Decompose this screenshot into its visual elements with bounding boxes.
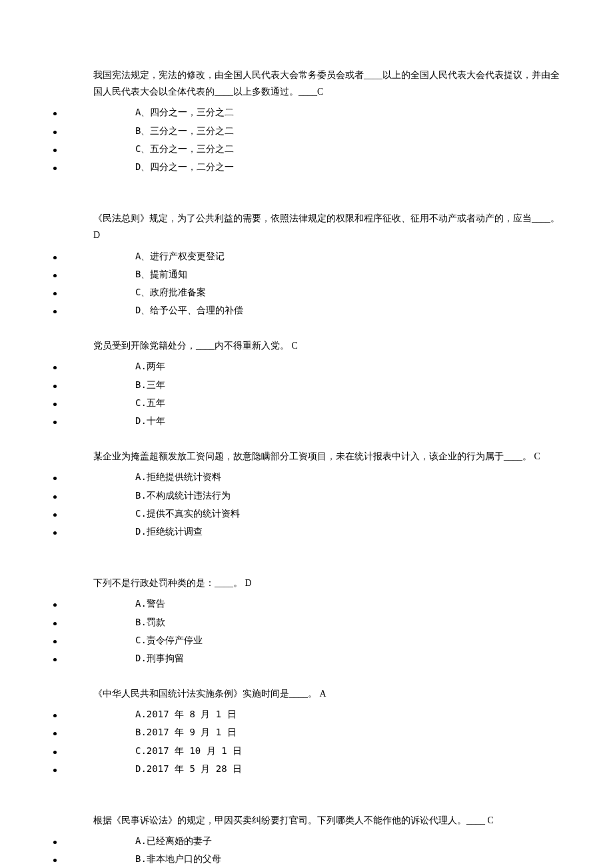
option-item: C、政府批准备案 [53,284,560,301]
bullet-icon [53,256,57,259]
option-text: A.拒绝提供统计资料 [135,469,560,485]
option-text: B.2017 年 9 月 1 日 [135,724,560,741]
document-content: 我国宪法规定，宪法的修改，由全国人民代表大会常务委员会或者____以上的全国人民… [53,67,560,868]
bullet-icon [53,732,57,735]
option-text: C.2017 年 10 月 1 日 [135,743,560,759]
option-list: A.两年B.三年C.五年D.十年 [53,358,560,429]
bullet-icon [53,112,57,115]
bullet-icon [53,310,57,313]
option-text: A、四分之一，三分之二 [135,104,560,121]
question-block: 根据《民事诉讼法》的规定，甲因买卖纠纷要打官司。下列哪类人不能作他的诉讼代理人。… [53,812,560,868]
bullet-icon [53,421,57,424]
option-list: A.已经离婚的妻子B.非本地户口的父母C.正在服刑的儿子 [53,833,560,868]
bullet-icon [53,640,57,643]
option-list: A.拒绝提供统计资料B.不构成统计违法行为C.提供不真实的统计资料D.拒绝统计调… [53,469,560,540]
option-text: D.刑事拘留 [135,650,560,667]
option-item: B、三分之一，三分之二 [53,123,560,139]
option-item: A.两年 [53,358,560,375]
bullet-icon [53,603,57,607]
option-text: D、给予公平、合理的补偿 [135,302,560,319]
question-block: 党员受到开除党籍处分，____内不得重新入党。 CA.两年B.三年C.五年D.十… [53,337,560,429]
bullet-icon [53,658,57,661]
bullet-icon [53,131,57,134]
question-block: 下列不是行政处罚种类的是：____。 DA.警告B.罚款C.责令停产停业D.刑事… [53,575,560,667]
option-text: A、进行产权变更登记 [135,248,560,265]
option-item: C、五分之一，三分之二 [53,141,560,157]
bullet-icon [53,622,57,625]
option-text: D.十年 [135,413,560,429]
option-item: B.非本地户口的父母 [53,851,560,867]
option-text: B.罚款 [135,614,560,631]
option-item: C.五年 [53,395,560,411]
option-item: B.三年 [53,377,560,393]
bullet-icon [53,751,57,754]
question-text: 下列不是行政处罚种类的是：____。 D [93,575,560,591]
option-item: B.罚款 [53,614,560,631]
bullet-icon [53,149,57,152]
bullet-icon [53,531,57,535]
option-list: A.警告B.罚款C.责令停产停业D.刑事拘留 [53,595,560,667]
option-item: D.十年 [53,413,560,429]
option-item: B.2017 年 9 月 1 日 [53,724,560,741]
option-item: D.刑事拘留 [53,650,560,667]
bullet-icon [53,495,57,499]
option-text: A.警告 [135,595,560,612]
option-item: A.2017 年 8 月 1 日 [53,706,560,723]
option-list: A、进行产权变更登记B、提前通知C、政府批准备案D、给予公平、合理的补偿 [53,248,560,319]
bullet-icon [53,714,57,717]
option-text: B、提前通知 [135,266,560,283]
option-text: B.三年 [135,377,560,393]
option-text: C、五分之一，三分之二 [135,141,560,157]
option-item: B、提前通知 [53,266,560,283]
option-item: B.不构成统计违法行为 [53,487,560,504]
question-block: 某企业为掩盖超额发放工资问题，故意隐瞒部分工资项目，未在统计报表中计入，该企业的… [53,448,560,540]
option-text: C.责令停产停业 [135,632,560,649]
option-item: D、给予公平、合理的补偿 [53,302,560,319]
question-text: 党员受到开除党籍处分，____内不得重新入党。 C [93,337,560,354]
option-list: A.2017 年 8 月 1 日B.2017 年 9 月 1 日C.2017 年… [53,706,560,777]
question-text: 根据《民事诉讼法》的规定，甲因买卖纠纷要打官司。下列哪类人不能作他的诉讼代理人。… [93,812,560,829]
option-item: A.拒绝提供统计资料 [53,469,560,485]
option-item: A、四分之一，三分之二 [53,104,560,121]
bullet-icon [53,477,57,480]
question-block: 我国宪法规定，宪法的修改，由全国人民代表大会常务委员会或者____以上的全国人民… [53,67,560,175]
option-text: D.2017 年 5 月 28 日 [135,761,560,777]
question-text: 某企业为掩盖超额发放工资问题，故意隐瞒部分工资项目，未在统计报表中计入，该企业的… [93,448,560,465]
option-item: C.2017 年 10 月 1 日 [53,743,560,759]
option-text: D、四分之一，二分之一 [135,159,560,175]
option-item: C.提供不真实的统计资料 [53,505,560,522]
option-text: C、政府批准备案 [135,284,560,301]
option-text: A.2017 年 8 月 1 日 [135,706,560,723]
bullet-icon [53,366,57,369]
option-text: B、三分之一，三分之二 [135,123,560,139]
option-item: D.2017 年 5 月 28 日 [53,761,560,777]
option-text: A.两年 [135,358,560,375]
option-item: A.警告 [53,595,560,612]
question-text: 我国宪法规定，宪法的修改，由全国人民代表大会常务委员会或者____以上的全国人民… [93,67,560,100]
spacer [53,796,560,812]
bullet-icon [53,769,57,772]
option-text: B.非本地户口的父母 [135,851,560,867]
option-text: D.拒绝统计调查 [135,523,560,540]
option-text: C.提供不真实的统计资料 [135,505,560,522]
spacer [53,559,560,575]
option-item: C.责令停产停业 [53,632,560,649]
bullet-icon [53,167,57,170]
question-block: 《民法总则》规定，为了公共利益的需要，依照法律规定的权限和程序征收、征用不动产或… [53,210,560,319]
bullet-icon [53,403,57,406]
option-text: A.已经离婚的妻子 [135,833,560,849]
bullet-icon [53,513,57,517]
option-item: D.拒绝统计调查 [53,523,560,540]
bullet-icon [53,385,57,388]
bullet-icon [53,274,57,277]
bullet-icon [53,292,57,295]
option-item: D、四分之一，二分之一 [53,159,560,175]
option-list: A、四分之一，三分之二B、三分之一，三分之二C、五分之一，三分之二D、四分之一，… [53,104,560,175]
option-text: C.五年 [135,395,560,411]
option-item: A.已经离婚的妻子 [53,833,560,849]
question-text: 《中华人民共和国统计法实施条例》实施时间是____。 A [93,685,560,702]
option-item: A、进行产权变更登记 [53,248,560,265]
option-text: B.不构成统计违法行为 [135,487,560,504]
spacer [53,194,560,210]
question-text: 《民法总则》规定，为了公共利益的需要，依照法律规定的权限和程序征收、征用不动产或… [93,210,560,243]
